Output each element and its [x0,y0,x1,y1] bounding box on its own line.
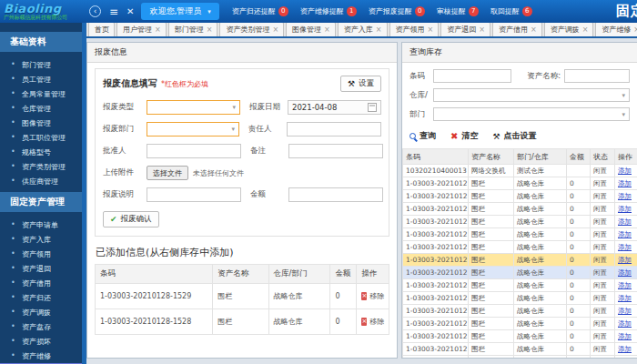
tab[interactable]: 资产维修× [595,23,637,36]
tab-close-icon[interactable]: × [376,25,382,34]
add-link[interactable]: 添加 [618,307,632,315]
add-link[interactable]: 添加 [618,345,632,353]
sidebar-item[interactable]: 资产维修 [0,349,82,363]
sidebar-item[interactable]: 资产入库 [0,232,82,247]
tab-close-icon[interactable]: × [428,25,434,34]
scrap-type-select[interactable]: ▾ [147,100,240,115]
tab[interactable]: 首页 [88,23,115,36]
close-icon[interactable]: ✕ [126,6,134,16]
sidebar-item[interactable]: 员工职位管理 [0,130,82,145]
tab[interactable]: 图像管理× [286,23,336,36]
tab[interactable]: 部门管理× [168,23,218,36]
notification-item[interactable]: 资产维修提醒1 [300,6,357,16]
scrap-form: 报废信息填写 *红色框为必填 ⚒ 设置 报废类型 ▾ 报废日期 [95,68,389,237]
barcode-label: 条码 [410,71,433,82]
add-link[interactable]: 添加 [618,243,632,251]
table-cell: 添加 [615,343,637,356]
warehouse-label: 仓库/ [410,90,433,101]
tab-close-icon[interactable]: × [207,25,213,34]
sidebar-item[interactable]: 部门管理 [0,57,82,72]
scrap-dept-select[interactable]: ▾ [147,122,239,136]
tab-close-icon[interactable]: × [155,25,161,34]
sidebar-item[interactable]: 资产退回 [0,261,82,276]
approver-input[interactable] [147,144,241,158]
responsible-input[interactable] [287,122,381,136]
table-cell: 闲置 [591,165,615,177]
sidebar-item[interactable]: 资产类别管理 [0,159,82,174]
add-link[interactable]: 添加 [618,192,632,200]
add-link[interactable]: 添加 [618,217,632,226]
tab-close-icon[interactable]: × [531,25,537,34]
amount-input[interactable] [288,187,383,202]
add-link[interactable]: 添加 [618,294,632,302]
sidebar-item[interactable]: 图像管理 [0,116,82,130]
tab-close-icon[interactable]: × [633,25,637,34]
add-link[interactable]: 添加 [618,332,632,340]
query-button[interactable]: 查询 [410,130,436,142]
table-cell: 添加 [615,190,637,203]
sidebar-item[interactable]: 规格型号 [0,145,82,159]
sidebar-item[interactable]: 资产申请单 [0,217,82,232]
user-menu-button[interactable]: 欢迎您,管理员 ▾ [141,3,218,20]
table-cell: 战略仓库 [514,330,567,343]
collapse-sidebar-icon[interactable]: ‹ [89,5,101,17]
settings-button[interactable]: ⚒ 设置 [340,76,381,92]
remark-input[interactable] [288,144,383,158]
sidebar-item[interactable]: 资产损坏 [0,334,82,349]
notification-item[interactable]: 审核提醒7 [437,6,479,16]
add-link[interactable]: 添加 [618,256,632,264]
tab[interactable]: 资产领用× [389,23,440,36]
sidebar-item[interactable]: 全局常量管理 [0,86,82,101]
add-link[interactable]: 添加 [618,230,632,238]
calendar-icon[interactable] [368,103,377,112]
add-link[interactable]: 添加 [618,205,632,213]
tab[interactable]: 用户管理× [116,23,167,36]
add-link[interactable]: 添加 [618,268,632,277]
table-cell: 闲置 [591,228,615,241]
tab[interactable]: 资产入库× [338,23,388,36]
add-link[interactable]: 添加 [618,319,632,328]
tab-close-icon[interactable]: × [324,25,330,34]
sidebar-item[interactable]: 资产归还 [0,290,82,305]
remove-link[interactable]: ×移除 [361,291,384,301]
add-link[interactable]: 添加 [618,167,632,175]
sidebar-section-title: 基础资料 [0,32,82,52]
clear-button[interactable]: ✖ 清空 [450,130,478,142]
tab-close-icon[interactable]: × [272,25,278,34]
menu-icon[interactable]: ≡ [109,5,118,18]
notification-item[interactable]: 资产归还提醒0 [232,6,288,16]
remove-link[interactable]: ×移除 [361,317,384,327]
notification-item[interactable]: 取回提醒6 [490,6,532,16]
asset-name-input[interactable] [564,69,630,83]
add-link[interactable]: 添加 [618,358,632,359]
scrap-date-input[interactable]: 2021-04-08 [288,100,381,115]
sidebar-item[interactable]: 资产领用 [0,247,82,261]
dept-select[interactable]: ▾ [433,107,630,121]
tab-close-icon[interactable]: × [479,25,485,34]
sidebar-item[interactable]: 资产借用 [0,276,82,290]
warehouse-select[interactable]: ▾ [433,88,630,102]
sidebar-item[interactable]: 仓库管理 [0,101,82,116]
scrap-confirm-button[interactable]: ✔ 报废确认 [103,211,159,228]
click-settings-button[interactable]: ⚒ 点击设置 [492,130,536,142]
sidebar-item[interactable]: 员工管理 [0,72,82,86]
notification-item[interactable]: 资产报废提醒0 [369,6,425,16]
explain-input[interactable] [147,187,241,202]
scrap-type-label: 报废类型 [103,102,147,113]
tab[interactable]: 资产退回× [440,23,490,36]
choose-file-button[interactable]: 选择文件 [147,166,188,180]
add-link[interactable]: 添加 [618,179,632,187]
barcode-input[interactable] [433,69,511,83]
sidebar-item[interactable]: 资产盘存 [0,319,82,334]
tab-label: 部门管理 [175,25,204,35]
table-row: 1-03003-2021012围栏战略仓库0闲置添加 [403,177,637,190]
table-cell: 1-03003-2021012 [403,254,469,267]
sidebar-item[interactable]: 供应商管理 [0,174,82,188]
add-link[interactable]: 添加 [618,281,632,289]
tab[interactable]: 资产调拨× [544,23,594,36]
tab[interactable]: 资产借用× [492,23,542,36]
tab[interactable]: 资产类别管理× [219,23,284,36]
brand-name: Biaoling [4,3,87,15]
tab-close-icon[interactable]: × [582,25,589,34]
sidebar-item[interactable]: 资产调拨 [0,305,82,319]
